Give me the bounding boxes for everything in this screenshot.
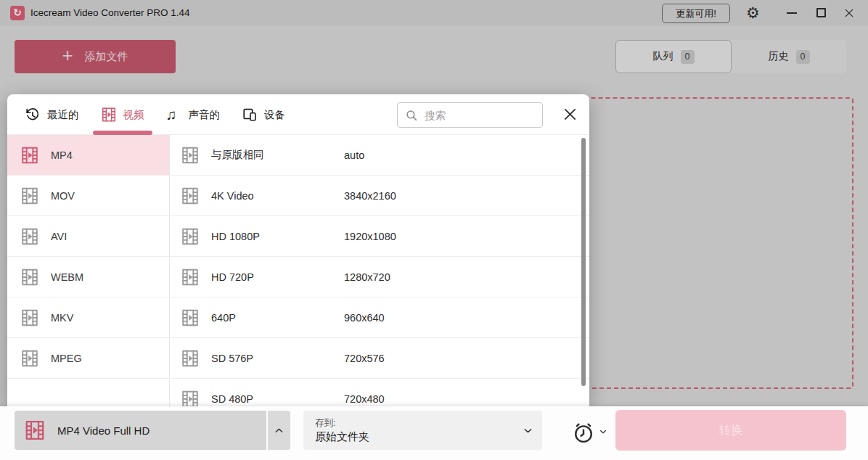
preset-name: 4K Video — [211, 190, 344, 202]
output-format-selector[interactable]: MP4 Video Full HD — [15, 411, 266, 450]
gear-icon[interactable]: ⚙ — [746, 4, 760, 22]
title-bar: ↻ Icecream Video Converter PRO 1.44 更新可用… — [0, 0, 868, 26]
preset-name: 640P — [211, 312, 344, 324]
preset-resolution: auto — [344, 149, 364, 161]
preset-item-original[interactable]: 与原版相同 auto — [171, 135, 589, 176]
preset-item-4k[interactable]: 4K Video 3840x2160 — [171, 176, 589, 216]
preset-resolution: 3840x2160 — [344, 190, 396, 202]
popup-tabs: 最近的 视频 ♫ 声音的 设备 — [25, 94, 285, 135]
format-item-mp4[interactable]: MP4 — [7, 135, 169, 176]
format-label: AVI — [51, 231, 67, 242]
preset-resolution: 720x576 — [344, 353, 385, 364]
app-logo-refresh-icon: ↻ — [10, 6, 25, 20]
format-label: MP4 — [51, 149, 73, 161]
minimize-icon — [787, 12, 797, 14]
film-icon — [24, 419, 46, 441]
chevron-down-icon — [522, 424, 534, 440]
timer-icon[interactable] — [571, 420, 596, 445]
format-item-mkv[interactable]: MKV — [7, 297, 169, 338]
preset-list: 与原版相同 auto 4K Video 3840x2160 HD 1080P 1… — [171, 135, 589, 406]
film-icon — [20, 349, 39, 368]
preset-item-576p[interactable]: SD 576P 720x576 — [171, 338, 589, 379]
queue-label: 队列 — [653, 50, 673, 63]
app-title: Icecream Video Converter PRO 1.44 — [30, 0, 190, 26]
history-icon — [25, 107, 41, 123]
tab-recent[interactable]: 最近的 — [25, 94, 79, 135]
film-icon — [181, 146, 200, 165]
history-label: 历史 — [769, 50, 789, 63]
tab-video-label: 视频 — [123, 108, 144, 122]
film-icon — [20, 186, 39, 205]
film-icon — [20, 308, 39, 327]
queue-history-tabs: 队列 0 历史 0 — [615, 40, 846, 73]
devices-icon — [242, 107, 258, 123]
film-icon — [101, 107, 117, 123]
music-note-icon: ♫ — [166, 107, 182, 123]
format-item-mov[interactable]: MOV — [7, 176, 169, 216]
timer-chevron-down-icon[interactable] — [598, 427, 608, 437]
format-item-webm[interactable]: WEBM — [7, 257, 169, 297]
preset-item-640p[interactable]: 640P 960x640 — [171, 297, 589, 338]
preset-item-720p[interactable]: HD 720P 1280x720 — [171, 257, 589, 297]
output-format-collapse-button[interactable] — [268, 411, 290, 450]
format-item-mpeg[interactable]: MPEG — [7, 338, 169, 379]
film-icon — [181, 227, 200, 246]
save-to-selector[interactable]: 存到: 原始文件夹 — [303, 411, 542, 450]
film-icon — [20, 227, 39, 246]
film-icon — [181, 349, 200, 368]
format-label: WEBM — [51, 271, 83, 283]
tab-devices-label: 设备 — [264, 108, 285, 122]
preset-name: HD 720P — [211, 271, 344, 283]
tab-devices[interactable]: 设备 — [242, 94, 285, 135]
format-label: MKV — [51, 312, 73, 324]
tab-history[interactable]: 历史 0 — [732, 40, 846, 73]
add-files-button[interactable]: + 添加文件 — [15, 40, 176, 73]
tab-queue[interactable]: 队列 0 — [615, 40, 732, 73]
tab-video[interactable]: 视频 — [101, 94, 144, 135]
chevron-up-icon — [273, 424, 285, 437]
queue-count-badge: 0 — [681, 50, 695, 64]
format-selection-popup: 最近的 视频 ♫ 声音的 设备 MP4 — [7, 94, 589, 406]
preset-resolution: 720x480 — [344, 393, 385, 405]
preset-resolution: 1280x720 — [344, 271, 390, 283]
add-files-label: 添加文件 — [85, 50, 128, 64]
preset-name: SD 480P — [211, 393, 344, 405]
minimize-button[interactable] — [781, 0, 803, 26]
popup-header: 最近的 视频 ♫ 声音的 设备 — [7, 94, 589, 135]
convert-button[interactable]: 转换 — [615, 410, 846, 451]
popup-close-icon[interactable] — [562, 106, 578, 123]
preset-item-1080p[interactable]: HD 1080P 1920x1080 — [171, 216, 589, 257]
search-icon — [405, 109, 418, 122]
film-icon — [181, 268, 200, 287]
update-available-button[interactable]: 更新可用! — [662, 4, 730, 23]
tab-audio[interactable]: ♫ 声音的 — [166, 94, 221, 135]
close-icon — [843, 7, 855, 19]
tab-audio-label: 声音的 — [189, 108, 221, 122]
film-icon — [181, 308, 200, 327]
preset-item-480p[interactable]: SD 480P 720x480 — [171, 379, 589, 406]
preset-resolution: 960x640 — [344, 312, 385, 324]
close-button[interactable] — [838, 0, 859, 26]
film-icon — [20, 268, 39, 287]
maximize-button[interactable] — [810, 0, 832, 26]
preset-resolution: 1920x1080 — [344, 231, 396, 242]
format-label: MOV — [51, 190, 75, 202]
search-box — [397, 102, 543, 128]
film-icon — [20, 146, 39, 165]
film-icon — [181, 186, 200, 205]
search-input[interactable] — [425, 110, 535, 121]
plus-icon: + — [62, 44, 73, 67]
scrollbar-thumb[interactable] — [581, 138, 586, 386]
format-item-avi[interactable]: AVI — [7, 216, 169, 257]
preset-name: HD 1080P — [211, 231, 344, 242]
format-label: MPEG — [51, 353, 82, 364]
bottom-bar: MP4 Video Full HD 存到: 原始文件夹 转换 — [0, 406, 868, 460]
popup-body: MP4 MOV AVI WEBM MKV MPEG — [7, 135, 589, 406]
tab-recent-label: 最近的 — [47, 108, 79, 122]
preset-name: 与原版相同 — [211, 148, 344, 162]
film-icon — [181, 390, 200, 407]
format-list: MP4 MOV AVI WEBM MKV MPEG — [7, 135, 170, 406]
maximize-icon — [816, 8, 826, 17]
output-format-value: MP4 Video Full HD — [57, 424, 150, 437]
save-to-label: 存到: — [315, 417, 335, 430]
